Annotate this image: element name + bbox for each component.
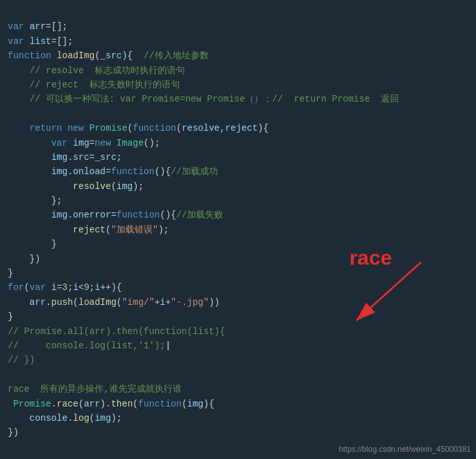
line-26: race 所有的异步操作,谁先完成就执行谁 [8, 384, 182, 394]
line-23: // console.log(list,'1');| [8, 341, 171, 351]
line-15: reject("加载错误"); [8, 225, 169, 235]
line-20: arr.push(loadImg("img/"+i+"-.jpg")) [8, 297, 220, 308]
code-editor: var arr=[]; var list=[]; function loadIm… [0, 0, 476, 445]
line-19: for(var i=3;i<9;i++){ [8, 282, 122, 293]
line-12: resolve(img); [8, 181, 144, 192]
line-5: // reject 标志失败时执行的语句 [8, 80, 180, 90]
line-13: }; [8, 196, 62, 206]
line-6: // 可以换一种写法: var Promise=new Promise（）；//… [8, 94, 399, 104]
svg-line-1 [356, 262, 421, 320]
race-arrow [337, 256, 440, 333]
line-16: } [8, 239, 57, 249]
line-14: img.onerror=function(){//加载失败 [8, 210, 223, 220]
line-21: } [8, 311, 13, 322]
line-18: } [8, 268, 13, 278]
line-17: }) [8, 254, 40, 264]
line-22: // Promise.all(arr).then(function(list){ [8, 326, 225, 337]
line-10: img.src=_src; [8, 152, 122, 162]
line-24: // }) [8, 355, 35, 365]
line-11: img.onload=function(){//加载成功 [8, 166, 218, 177]
line-9: var img=new Image(); [8, 138, 160, 148]
line-4: // resolve 标志成功时执行的语句 [8, 65, 185, 76]
line-2: var list=[]; [8, 36, 73, 47]
line-8: return new Promise(function(resolve,reje… [8, 123, 268, 133]
line-27: Promise.race(arr).then(function(img){ [8, 399, 214, 409]
line-28: console.log(img); [8, 413, 122, 423]
line-1: var arr=[]; [8, 21, 67, 32]
line-29: }) [8, 427, 19, 438]
watermark: https://blog.csdn.net/weixin_45000381 [339, 445, 471, 454]
line-3: function loadImg(_src){ //传入地址参数 [8, 50, 209, 61]
